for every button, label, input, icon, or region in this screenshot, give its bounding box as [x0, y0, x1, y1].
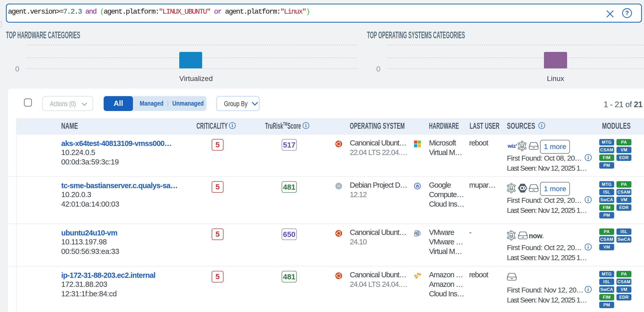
svg-text:?: ?	[625, 10, 629, 16]
